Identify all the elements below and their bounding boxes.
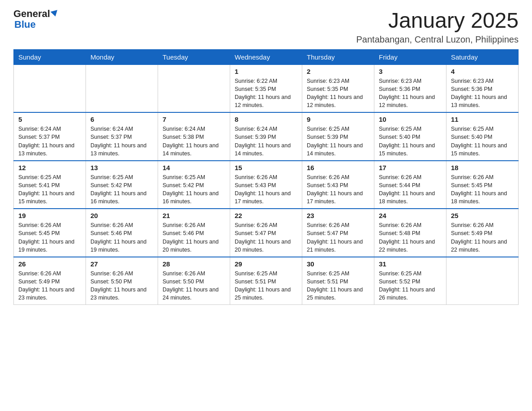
day-number: 30 [307,260,369,268]
day-info: Sunrise: 6:25 AMSunset: 5:52 PMDaylight:… [379,270,442,302]
header-cell-tuesday: Tuesday [158,49,230,64]
week-row-4: 26Sunrise: 6:26 AMSunset: 5:49 PMDayligh… [14,257,519,305]
day-cell: 17Sunrise: 6:26 AMSunset: 5:44 PMDayligh… [374,161,446,209]
day-info: Sunrise: 6:26 AMSunset: 5:47 PMDaylight:… [235,221,297,254]
day-info: Sunrise: 6:26 AMSunset: 5:49 PMDaylight:… [451,221,514,254]
day-info: Sunrise: 6:26 AMSunset: 5:49 PMDaylight:… [18,270,81,302]
calendar-title: January 2025 [356,9,519,33]
day-cell [446,257,519,305]
day-cell: 27Sunrise: 6:26 AMSunset: 5:50 PMDayligh… [86,257,158,305]
day-info: Sunrise: 6:25 AMSunset: 5:40 PMDaylight:… [379,125,442,158]
day-info: Sunrise: 6:24 AMSunset: 5:39 PMDaylight:… [235,125,297,158]
day-number: 15 [235,164,297,171]
calendar-table: SundayMondayTuesdayWednesdayThursdayFrid… [13,49,519,305]
day-cell: 3Sunrise: 6:23 AMSunset: 5:36 PMDaylight… [374,64,446,112]
day-cell: 2Sunrise: 6:23 AMSunset: 5:35 PMDaylight… [302,64,374,112]
day-info: Sunrise: 6:26 AMSunset: 5:44 PMDaylight:… [379,173,442,206]
day-number: 1 [235,68,297,75]
day-cell: 12Sunrise: 6:25 AMSunset: 5:41 PMDayligh… [14,161,86,209]
day-info: Sunrise: 6:25 AMSunset: 5:42 PMDaylight:… [90,173,153,206]
week-row-0: 1Sunrise: 6:22 AMSunset: 5:35 PMDaylight… [14,64,519,112]
day-info: Sunrise: 6:26 AMSunset: 5:46 PMDaylight:… [90,221,153,254]
day-number: 20 [90,212,153,219]
day-number: 3 [379,68,442,75]
day-cell: 8Sunrise: 6:24 AMSunset: 5:39 PMDaylight… [230,112,302,161]
day-cell: 7Sunrise: 6:24 AMSunset: 5:38 PMDaylight… [158,112,230,161]
day-cell [158,64,230,112]
day-info: Sunrise: 6:26 AMSunset: 5:43 PMDaylight:… [307,173,369,206]
day-cell: 28Sunrise: 6:26 AMSunset: 5:50 PMDayligh… [158,257,230,305]
day-number: 2 [307,68,369,75]
logo-blue: Blue [14,19,36,30]
day-cell: 19Sunrise: 6:26 AMSunset: 5:45 PMDayligh… [14,209,86,257]
day-number: 29 [235,260,297,268]
header-cell-monday: Monday [86,49,158,64]
title-section: January 2025 Pantabangan, Central Luzon,… [356,9,519,45]
day-number: 12 [18,164,81,171]
logo-general: General [13,9,50,19]
day-info: Sunrise: 6:23 AMSunset: 5:36 PMDaylight:… [451,77,514,110]
day-number: 31 [379,260,442,268]
day-cell: 30Sunrise: 6:25 AMSunset: 5:51 PMDayligh… [302,257,374,305]
day-info: Sunrise: 6:25 AMSunset: 5:51 PMDaylight:… [307,270,369,302]
day-info: Sunrise: 6:26 AMSunset: 5:46 PMDaylight:… [163,221,225,254]
day-cell: 20Sunrise: 6:26 AMSunset: 5:46 PMDayligh… [86,209,158,257]
header-cell-saturday: Saturday [446,49,519,64]
day-info: Sunrise: 6:26 AMSunset: 5:48 PMDaylight:… [379,221,442,254]
day-number: 19 [18,212,81,219]
week-row-3: 19Sunrise: 6:26 AMSunset: 5:45 PMDayligh… [14,209,519,257]
week-row-1: 5Sunrise: 6:24 AMSunset: 5:37 PMDaylight… [14,112,519,161]
day-cell: 24Sunrise: 6:26 AMSunset: 5:48 PMDayligh… [374,209,446,257]
day-cell: 15Sunrise: 6:26 AMSunset: 5:43 PMDayligh… [230,161,302,209]
header-cell-sunday: Sunday [14,49,86,64]
day-cell: 4Sunrise: 6:23 AMSunset: 5:36 PMDaylight… [446,64,519,112]
day-cell: 29Sunrise: 6:25 AMSunset: 5:51 PMDayligh… [230,257,302,305]
day-info: Sunrise: 6:25 AMSunset: 5:39 PMDaylight:… [307,125,369,158]
day-info: Sunrise: 6:26 AMSunset: 5:45 PMDaylight:… [18,221,81,254]
day-number: 5 [18,116,81,123]
day-number: 26 [18,260,81,268]
day-info: Sunrise: 6:23 AMSunset: 5:36 PMDaylight:… [379,77,442,110]
day-cell: 16Sunrise: 6:26 AMSunset: 5:43 PMDayligh… [302,161,374,209]
day-number: 23 [307,212,369,219]
day-number: 10 [379,116,442,123]
day-cell: 11Sunrise: 6:25 AMSunset: 5:40 PMDayligh… [446,112,519,161]
logo-triangle-icon [51,10,59,17]
day-number: 11 [451,116,514,123]
day-number: 17 [379,164,442,171]
header-cell-friday: Friday [374,49,446,64]
day-cell: 5Sunrise: 6:24 AMSunset: 5:37 PMDaylight… [14,112,86,161]
day-info: Sunrise: 6:26 AMSunset: 5:43 PMDaylight:… [235,173,297,206]
day-number: 25 [451,212,514,219]
day-number: 18 [451,164,514,171]
day-cell: 1Sunrise: 6:22 AMSunset: 5:35 PMDaylight… [230,64,302,112]
day-info: Sunrise: 6:26 AMSunset: 5:50 PMDaylight:… [163,270,225,302]
day-cell: 9Sunrise: 6:25 AMSunset: 5:39 PMDaylight… [302,112,374,161]
day-cell: 22Sunrise: 6:26 AMSunset: 5:47 PMDayligh… [230,209,302,257]
day-cell: 18Sunrise: 6:26 AMSunset: 5:45 PMDayligh… [446,161,519,209]
day-number: 6 [90,116,153,123]
day-cell: 13Sunrise: 6:25 AMSunset: 5:42 PMDayligh… [86,161,158,209]
day-cell: 31Sunrise: 6:25 AMSunset: 5:52 PMDayligh… [374,257,446,305]
day-number: 21 [163,212,225,219]
logo: General Blue [13,9,58,30]
day-number: 13 [90,164,153,171]
day-number: 4 [451,68,514,75]
day-cell: 26Sunrise: 6:26 AMSunset: 5:49 PMDayligh… [14,257,86,305]
day-number: 16 [307,164,369,171]
day-cell: 25Sunrise: 6:26 AMSunset: 5:49 PMDayligh… [446,209,519,257]
page-header: General Blue January 2025 Pantabangan, C… [13,9,519,45]
day-info: Sunrise: 6:25 AMSunset: 5:41 PMDaylight:… [18,173,81,206]
day-cell: 6Sunrise: 6:24 AMSunset: 5:37 PMDaylight… [86,112,158,161]
day-number: 14 [163,164,225,171]
day-info: Sunrise: 6:24 AMSunset: 5:37 PMDaylight:… [18,125,81,158]
day-number: 8 [235,116,297,123]
day-number: 27 [90,260,153,268]
day-info: Sunrise: 6:23 AMSunset: 5:35 PMDaylight:… [307,77,369,110]
day-number: 22 [235,212,297,219]
day-cell: 14Sunrise: 6:25 AMSunset: 5:42 PMDayligh… [158,161,230,209]
day-cell: 23Sunrise: 6:26 AMSunset: 5:47 PMDayligh… [302,209,374,257]
day-info: Sunrise: 6:24 AMSunset: 5:37 PMDaylight:… [90,125,153,158]
day-info: Sunrise: 6:25 AMSunset: 5:51 PMDaylight:… [235,270,297,302]
day-info: Sunrise: 6:24 AMSunset: 5:38 PMDaylight:… [163,125,225,158]
